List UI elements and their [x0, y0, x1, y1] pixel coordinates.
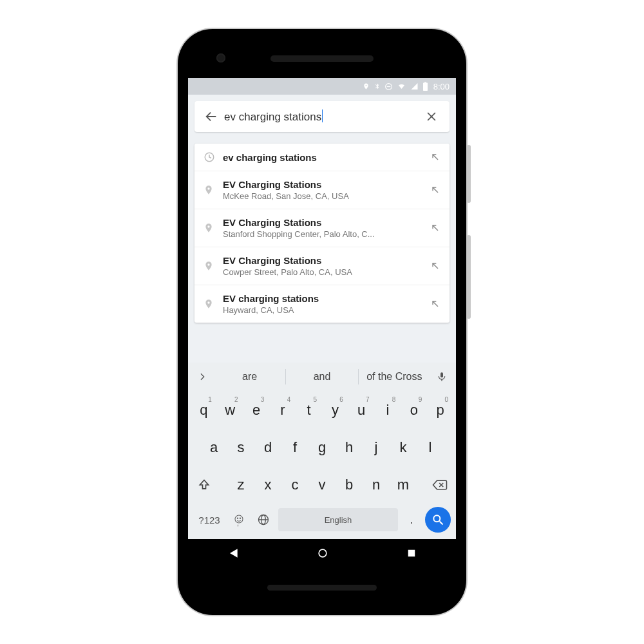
svg-rect-2 — [423, 82, 428, 91]
period-key[interactable]: . — [402, 513, 421, 527]
svg-rect-3 — [424, 82, 426, 82]
svg-line-28 — [440, 522, 443, 525]
insert-suggestion-button[interactable] — [428, 185, 443, 195]
shift-icon — [198, 478, 211, 491]
emoji-key[interactable] — [229, 514, 249, 526]
location-icon — [363, 82, 370, 91]
symbols-key[interactable]: ?123 — [193, 515, 225, 526]
key-g[interactable]: g — [310, 432, 334, 463]
key-v[interactable]: v — [310, 469, 334, 500]
clear-button[interactable] — [419, 104, 444, 129]
key-hint: 4 — [287, 396, 291, 403]
suggestion-title: EV Charging Stations — [223, 255, 422, 266]
key-hint: 9 — [419, 396, 422, 403]
key-e[interactable]: e3 — [245, 395, 269, 426]
suggestion-row[interactable]: EV charging stations Hayward, CA, USA — [194, 285, 450, 323]
key-r[interactable]: r4 — [270, 395, 294, 426]
keyboard-mic-button[interactable] — [430, 365, 453, 388]
nav-home-button[interactable] — [316, 547, 329, 562]
power-button[interactable] — [467, 145, 471, 203]
key-x[interactable]: x — [256, 469, 280, 500]
insert-suggestion-button[interactable] — [428, 261, 443, 271]
suggestion-subtitle: McKee Road, San Jose, CA, USA — [223, 191, 422, 201]
key-o[interactable]: o9 — [402, 395, 426, 426]
battery-icon — [422, 82, 428, 91]
text-cursor — [322, 109, 323, 122]
svg-line-12 — [433, 225, 438, 231]
arrow-insert-icon — [430, 152, 440, 162]
insert-suggestion-button[interactable] — [428, 152, 443, 162]
dnd-icon — [384, 82, 393, 91]
insert-suggestion-button[interactable] — [428, 223, 443, 233]
key-u[interactable]: u7 — [350, 395, 374, 426]
nav-home-icon — [316, 547, 329, 560]
key-w[interactable]: w2 — [218, 395, 242, 426]
globe-icon — [257, 513, 270, 526]
suggestion-row[interactable]: ev charging stations — [194, 144, 450, 171]
arrow-insert-icon — [430, 223, 440, 233]
chevron-right-icon — [197, 372, 207, 382]
back-button[interactable] — [198, 104, 224, 129]
suggestion-row[interactable]: EV Charging Stations Stanford Shopping C… — [194, 209, 450, 247]
suggestion-subtitle: Hayward, CA, USA — [223, 305, 422, 315]
search-input[interactable]: ev charging stations — [224, 109, 419, 124]
key-hint: 5 — [313, 396, 317, 403]
keyboard-suggestion[interactable]: of the Cross — [359, 371, 430, 383]
svg-rect-17 — [440, 372, 443, 377]
back-arrow-icon — [204, 109, 218, 124]
svg-point-23 — [240, 518, 240, 518]
key-j[interactable]: j — [364, 432, 388, 463]
search-icon — [431, 513, 444, 526]
key-t[interactable]: t5 — [297, 395, 321, 426]
key-p[interactable]: p0 — [428, 395, 452, 426]
insert-suggestion-button[interactable] — [428, 299, 443, 309]
svg-point-15 — [207, 301, 209, 303]
key-m[interactable]: m — [391, 469, 415, 500]
suggestion-title: EV Charging Stations — [223, 179, 422, 190]
key-q[interactable]: q1 — [192, 395, 216, 426]
shift-key[interactable] — [192, 469, 216, 500]
history-icon — [204, 151, 215, 163]
key-f[interactable]: f — [283, 432, 307, 463]
key-y[interactable]: y6 — [323, 395, 347, 426]
nav-back-button[interactable] — [227, 547, 240, 562]
suggestion-title: ev charging stations — [223, 152, 422, 163]
keyboard-suggestion[interactable]: are — [214, 371, 285, 383]
svg-point-27 — [433, 515, 440, 522]
key-n[interactable]: n — [364, 469, 388, 500]
keyboard-rows: q1w2e3r4t5y6u7i8o9p0 asdfghjkl zxcvbnm — [188, 391, 456, 500]
key-b[interactable]: b — [337, 469, 361, 500]
nav-recent-icon — [406, 547, 417, 559]
suggestion-row[interactable]: EV Charging Stations McKee Road, San Jos… — [194, 171, 450, 209]
arrow-insert-icon — [430, 261, 440, 271]
bluetooth-icon — [374, 82, 381, 91]
svg-line-14 — [433, 263, 438, 269]
wifi-icon — [397, 82, 406, 90]
space-key[interactable]: English — [278, 508, 398, 531]
top-speaker — [270, 55, 374, 62]
pin-icon — [204, 298, 214, 310]
mic-icon — [437, 371, 447, 383]
key-c[interactable]: c — [283, 469, 307, 500]
key-hint: 2 — [234, 396, 238, 403]
nav-recent-button[interactable] — [406, 547, 417, 562]
key-d[interactable]: d — [256, 432, 280, 463]
key-l[interactable]: l — [418, 432, 442, 463]
key-i[interactable]: i8 — [376, 395, 400, 426]
key-k[interactable]: k — [391, 432, 415, 463]
keyboard-search-button[interactable] — [425, 507, 451, 533]
key-s[interactable]: s — [229, 432, 253, 463]
suggestion-row[interactable]: EV Charging Stations Cowper Street, Palo… — [194, 247, 450, 285]
keyboard-suggestion[interactable]: and — [286, 371, 357, 383]
emoji-icon — [234, 514, 244, 524]
key-z[interactable]: z — [229, 469, 253, 500]
keyboard-expand-button[interactable] — [191, 365, 214, 388]
key-h[interactable]: h — [337, 432, 361, 463]
language-key[interactable] — [252, 513, 274, 526]
key-a[interactable]: a — [202, 432, 226, 463]
backspace-key[interactable] — [428, 469, 452, 500]
pin-icon — [204, 260, 214, 272]
svg-line-8 — [433, 155, 438, 160]
key-hint: 6 — [339, 396, 343, 403]
volume-button[interactable] — [467, 235, 471, 319]
